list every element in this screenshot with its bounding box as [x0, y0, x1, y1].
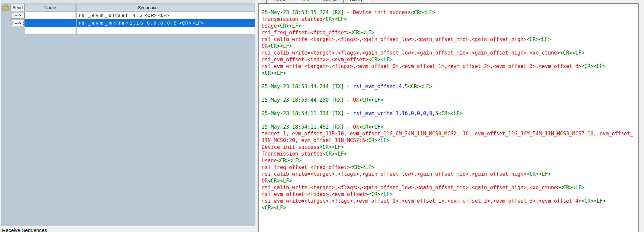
log-line: rsi_calib_write=<target>,<flags>,<gain_o… [262, 171, 633, 177]
sequence-cell-row3[interactable] [77, 27, 255, 35]
log-line: rsi_evm_write=<target>,<flags>,<evm_offs… [262, 198, 633, 204]
log-line: 11N_MCS0:20, evm_offset_11N_MCS7:5<CR><L… [262, 137, 633, 144]
log-line [262, 76, 633, 83]
log-line: rsi_calib_write=<target>,<flags>,<gain_o… [262, 36, 633, 43]
send-column-header[interactable]: Send [10, 4, 25, 11]
log-line: Usage<CR><LF> [262, 23, 633, 29]
log-line: Transmission started<CR><LF> [262, 151, 633, 157]
log-line: rsi_freq_offset=<freq_offset><CR><LF> [262, 29, 633, 36]
name-column-header: Name [25, 4, 76, 11]
sequence-cell-row1[interactable]: rsi_evm_offset=4,5<CR> <LF> [77, 11, 255, 19]
log-line: OR<CR><LF> [262, 177, 633, 184]
log-line: rsi_evm_write=<target>,<flags>,<evm_offs… [262, 63, 633, 70]
log-line: Usage<CR><LF> [262, 157, 633, 164]
log-line: 25-May-23 18:53:35.724 [RX] - Device ini… [262, 9, 633, 16]
send-button-row1[interactable]: ---> [11, 12, 25, 19]
log-line: rsi_calib_write=<target>,<flags>,<gain_o… [262, 184, 633, 191]
name-cell-row1[interactable] [25, 11, 76, 19]
log-line [262, 103, 633, 110]
tab-ascii[interactable]: ASCII [266, 0, 292, 3]
name-cell-row3[interactable] [25, 27, 76, 35]
log-line: rsi_freq_offset=<freq_offset><CR><LF> [262, 164, 633, 171]
lock-icon [2, 3, 10, 12]
communication-log[interactable]: 25-May-23 18:53:35.724 [RX] - Device ini… [258, 3, 639, 232]
log-line: 25-May-23 18:53:44.244 [TX] - rsi_evm_of… [262, 83, 633, 90]
log-line: 25-May-23 18:53:44.250 [RX] - Ok<CR><LF> [262, 97, 633, 103]
tab-binary[interactable]: Binary [343, 0, 369, 3]
log-line [262, 117, 633, 124]
log-line: <CR><LF> [262, 204, 633, 211]
log-line: Device init success<CR><LF> [262, 144, 633, 151]
log-line: 25-May-23 18:54:11.482 [RX] - Ok<CR><LF> [262, 124, 633, 130]
sequence-text-row2: rsi_evm_write=1,16,0,0,0,0,5 [79, 21, 178, 26]
log-line: <CR><LF> [262, 70, 633, 76]
name-cell-row2[interactable] [25, 19, 76, 27]
log-line: 25-May-23 18:54:11.334 [TX] - rsi_evm_wr… [262, 110, 633, 117]
sequence-column-header-label: Sequence [77, 4, 218, 11]
log-line: rsi_calib_write=<target>,<flags>,<gain_o… [262, 49, 633, 56]
panel-top-strip [1, 0, 255, 3]
log-line: rsi_evm_offset=<index>,<evm_offset><CR><… [262, 191, 633, 198]
send-sequences-panel: Send Name Sequence ---> rsi_evm_offset=4… [1, 0, 255, 226]
tab-hex[interactable]: HEX [292, 0, 318, 3]
send-button-row2[interactable]: ---> [11, 20, 25, 26]
log-line: rsi_evm_offset=<index>,<evm_offset><CR><… [262, 56, 633, 63]
sequence-suffix-row2: <CR> <LF> [179, 21, 203, 26]
sequence-text-row1: rsi_evm_offset=4,5 [79, 13, 143, 18]
app-window: Send Name Sequence ---> rsi_evm_offset=4… [0, 0, 644, 232]
log-content: 25-May-23 18:53:35.724 [RX] - Device ini… [262, 9, 633, 211]
sequence-column-header: Sequence [77, 4, 255, 11]
log-line: OR<CR><LF> [262, 43, 633, 49]
tab-decimal[interactable]: Decimal [318, 0, 344, 3]
receive-sequences-label: Receive Sequences [2, 227, 47, 232]
sequence-cell-row2[interactable]: rsi_evm_write=1,16,0,0,0,0,5<CR> <LF> [77, 19, 255, 27]
log-line: target 1, evm_offset_11B:10, evm_offset_… [262, 130, 633, 137]
sequence-suffix-row1: <CR> <LF> [145, 13, 169, 18]
log-line: Transmission started<CR><LF> [262, 16, 633, 23]
log-line [262, 90, 633, 97]
